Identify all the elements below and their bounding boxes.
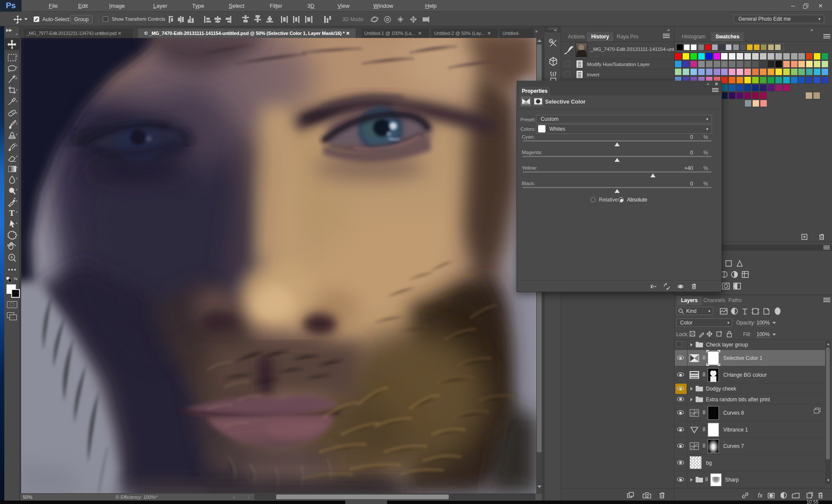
svg-text:fx: fx — [758, 492, 763, 499]
svg-text:T: T — [9, 208, 15, 217]
svg-text:3D Mode:: 3D Mode: — [342, 16, 365, 22]
